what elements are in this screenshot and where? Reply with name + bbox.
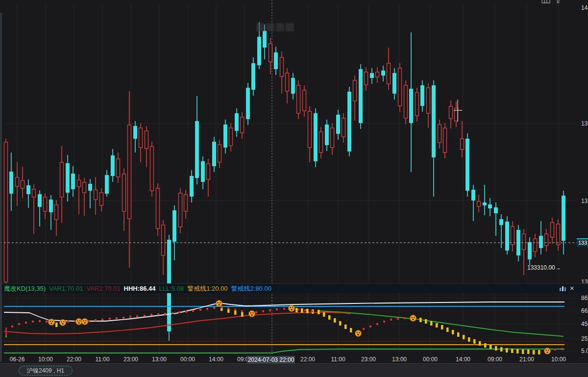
time-tick-label: 14:00 xyxy=(447,356,479,363)
red-dot xyxy=(404,317,406,319)
red-dot xyxy=(561,348,563,350)
smiley-marker xyxy=(249,311,255,317)
red-dot xyxy=(390,319,392,321)
red-dot xyxy=(136,315,138,317)
time-tick-label: 06-26 xyxy=(1,356,33,363)
candle-body-down xyxy=(229,128,233,146)
time-tick-label: 11:00 xyxy=(322,356,354,363)
y-axis-label: 13 xyxy=(581,120,588,127)
red-dot xyxy=(554,349,556,351)
indicator-param-alert1: 警戒线1:20.00 xyxy=(187,284,227,293)
time-tick-label: 14:00 xyxy=(200,356,232,363)
red-dot xyxy=(18,323,20,325)
candle-body-down xyxy=(150,147,154,191)
candle-body-up xyxy=(88,184,92,191)
yellow-dot xyxy=(430,321,433,326)
candle-body-down xyxy=(117,159,120,177)
candle-body-down xyxy=(297,85,300,113)
bar-chart-icon[interactable] xyxy=(559,285,567,292)
candle-body-down xyxy=(207,164,210,179)
red-dot xyxy=(276,308,278,310)
yellow-dot xyxy=(344,325,347,329)
candle-body-up xyxy=(49,200,53,212)
candle-body-down xyxy=(427,88,430,113)
candle-body-down xyxy=(365,72,368,85)
candle-body-down xyxy=(534,239,537,251)
yellow-dot xyxy=(318,310,320,314)
yellow-dot xyxy=(479,341,481,346)
candle-body-up xyxy=(291,78,295,94)
time-tick-label: 10:00 xyxy=(543,356,574,363)
candle-body-up xyxy=(71,174,75,189)
indicator-y-label: 45 xyxy=(581,321,588,327)
time-tick-label: 00:00 xyxy=(172,356,203,363)
candle-body-up xyxy=(172,210,176,242)
price-and-indicator-chart[interactable] xyxy=(0,0,588,377)
candle-body-up xyxy=(562,196,565,241)
candle-body-up xyxy=(195,121,199,178)
candle-body-down xyxy=(60,162,64,197)
yellow-dot xyxy=(506,348,508,352)
red-dot xyxy=(32,321,34,323)
candle-body-up xyxy=(336,115,340,134)
red-dot xyxy=(157,313,159,315)
smiley-marker xyxy=(216,301,222,307)
candle-body-up xyxy=(133,126,137,139)
red-dot xyxy=(144,315,146,317)
filter-icon xyxy=(556,0,561,3)
candle-body-up xyxy=(190,176,194,197)
time-tick-label: 13:00 xyxy=(144,356,175,363)
candle-body-down xyxy=(557,224,560,245)
indicator-param-lll: LLL:5.08 xyxy=(159,285,184,292)
candle-body-down xyxy=(331,128,334,148)
candle-body-down xyxy=(443,128,447,152)
candle-body-down xyxy=(280,57,284,76)
smiley-marker xyxy=(82,319,88,325)
red-dot xyxy=(269,309,271,311)
indicator-y-label: 66 xyxy=(581,307,588,314)
yellow-dot xyxy=(301,308,303,313)
chart-panel-icon xyxy=(542,0,550,3)
red-dot xyxy=(262,310,264,312)
candle-body-down xyxy=(438,125,441,143)
candle-body-up xyxy=(409,89,413,123)
candle-body-up xyxy=(488,204,492,208)
red-dot xyxy=(283,308,285,310)
time-tick-label: 23:00 xyxy=(353,356,384,363)
indicator-y-label: 86 xyxy=(581,295,588,302)
red-dot xyxy=(206,308,208,310)
red-dot xyxy=(213,307,215,309)
close-icon[interactable]: × xyxy=(570,284,574,292)
candle-body-down xyxy=(128,125,131,219)
candle-body-down xyxy=(308,111,312,148)
yellow-dot xyxy=(527,350,530,354)
candle-body-down xyxy=(44,197,47,211)
red-dot xyxy=(383,321,385,323)
red-dot xyxy=(227,307,229,309)
yellow-dot xyxy=(350,328,352,332)
yellow-dot xyxy=(495,346,497,351)
toolbar-icons-partial[interactable] xyxy=(541,0,570,5)
yellow-dot xyxy=(516,349,519,353)
candle-body-down xyxy=(145,131,148,149)
red-dot xyxy=(95,319,97,321)
y-axis-label: 14 xyxy=(581,4,588,11)
candle-body-down xyxy=(404,85,408,118)
left-gutter-handle[interactable] xyxy=(0,13,2,362)
candle-body-down xyxy=(55,205,58,220)
yellow-dot xyxy=(473,339,476,344)
candle-body-down xyxy=(545,234,548,246)
candle-body-down xyxy=(83,182,86,193)
red-dot xyxy=(185,311,187,313)
red-dot xyxy=(363,328,365,330)
red-dot xyxy=(220,306,222,308)
smiley-marker xyxy=(355,330,362,337)
instrument-tag[interactable]: 沪镍2409 , H1 xyxy=(19,366,73,376)
candle-body-down xyxy=(122,174,126,211)
candle-body-up xyxy=(38,194,42,207)
candle-body-up xyxy=(420,85,424,106)
candle-body-down xyxy=(21,180,24,188)
candle-body-down xyxy=(353,80,357,101)
candle-body-up xyxy=(274,52,278,69)
candle-body-up xyxy=(223,125,227,148)
